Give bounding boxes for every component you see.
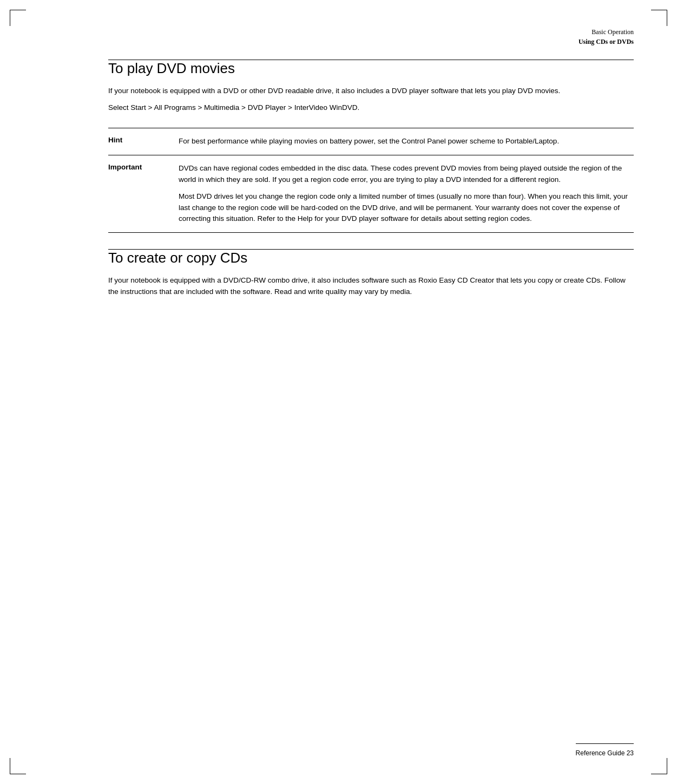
hint-block: Hint For best performance while playing … [108,128,634,155]
page: Basic Operation Using CDs or DVDs To pla… [0,0,677,784]
page-footer: Reference Guide 23 [576,743,634,757]
footer-rule [576,743,634,744]
header-line2: Using CDs or DVDs [579,37,634,47]
corner-mark-tr [651,10,667,26]
section1-para1: If your notebook is equipped with a DVD … [108,86,634,97]
section-create-cds: To create or copy CDs If your notebook i… [108,249,634,298]
page-header: Basic Operation Using CDs or DVDs [579,27,634,47]
important-text: DVDs can have regional codes embedded in… [179,163,634,225]
important-para1: DVDs can have regional codes embedded in… [179,163,634,186]
section2-title: To create or copy CDs [108,250,634,266]
section2-para1: If your notebook is equipped with a DVD/… [108,275,634,298]
section1-title: To play DVD movies [108,60,634,77]
corner-mark-tl [10,10,26,26]
important-block: Important DVDs can have regional codes e… [108,155,634,233]
main-content: To play DVD movies If your notebook is e… [108,60,634,741]
hint-text: For best performance while playing movie… [179,136,634,147]
hint-label: Hint [108,136,179,147]
section-play-dvd: To play DVD movies If your notebook is e… [108,60,634,114]
important-label: Important [108,163,179,225]
important-para2: Most DVD drives let you change the regio… [179,191,634,225]
corner-mark-br [651,758,667,774]
section1-para2: Select Start > All Programs > Multimedia… [108,102,634,114]
footer-text: Reference Guide 23 [576,749,634,757]
header-line1: Basic Operation [579,27,634,37]
corner-mark-bl [10,758,26,774]
hint-body: For best performance while playing movie… [179,136,634,147]
